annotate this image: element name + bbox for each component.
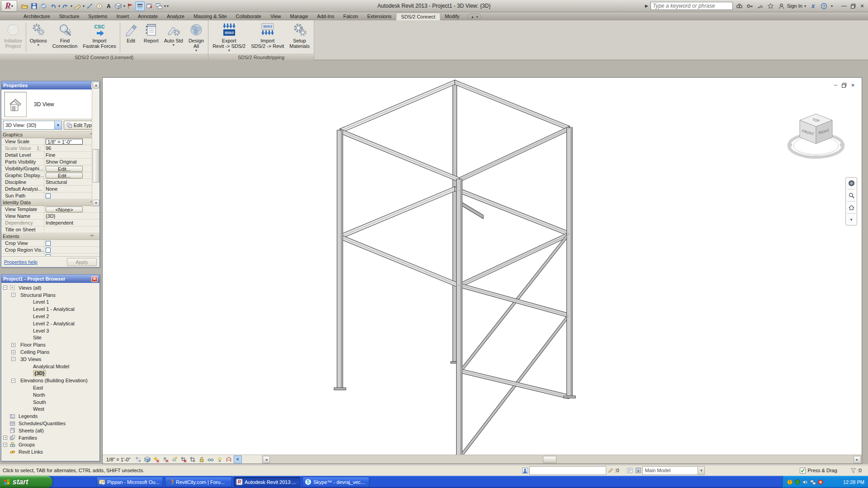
- tree-item-west[interactable]: West: [1, 406, 99, 413]
- task-pippan-microsoft-ou[interactable]: Pippan - Microsoft Ou...: [96, 477, 163, 487]
- qat-switch-windows-button[interactable]: [154, 1, 164, 11]
- collapse-icon[interactable]: −: [3, 286, 7, 290]
- ribbon-edit-button[interactable]: Edit: [121, 21, 141, 45]
- scroll-right-icon[interactable]: ►: [854, 456, 861, 463]
- ribbon-export-revit-sds-2-button[interactable]: SDS/2Export Revit -> SDS/2▾: [210, 21, 248, 54]
- tree-item-groups[interactable]: +Groups: [1, 441, 99, 449]
- tab-structure[interactable]: Structure: [55, 13, 84, 20]
- tree-item-sheets-all[interactable]: Sheets (all): [1, 427, 99, 434]
- tab-extensions[interactable]: Extensions: [363, 13, 396, 20]
- tree-item-level-2-analytical[interactable]: Level 2 - Analytical: [1, 320, 99, 327]
- properties-help-link[interactable]: Properties help: [4, 259, 38, 265]
- section-graphics[interactable]: Graphics^^: [1, 131, 99, 138]
- qat-measure-button[interactable]: [73, 1, 82, 11]
- tab-view[interactable]: View: [266, 13, 286, 20]
- tray-network-icon[interactable]: [810, 479, 816, 485]
- tree-item-north[interactable]: North: [1, 391, 99, 399]
- type-selector[interactable]: 3D View ▼: [1, 89, 99, 119]
- tree-item-south[interactable]: South: [1, 399, 99, 406]
- tab-falcon[interactable]: Falcon: [339, 13, 363, 20]
- reveal-hidden-icon[interactable]: [216, 455, 224, 463]
- start-button[interactable]: start: [0, 476, 52, 488]
- press-drag-toggle[interactable]: Press & Drag: [800, 468, 837, 474]
- ribbon-import-fastrak-forces-button[interactable]: CSCImport Fastrak Forces: [80, 21, 118, 50]
- qat-save-button[interactable]: [29, 1, 39, 11]
- tab-collaborate[interactable]: Collaborate: [231, 13, 266, 20]
- show-crop-region-icon[interactable]: [189, 455, 197, 463]
- view-name-value[interactable]: {3D}: [46, 213, 55, 219]
- task-skype-devraj-vec[interactable]: SSkype™ - devraj_vec...: [302, 477, 369, 487]
- ribbon-setup-materials-button[interactable]: Setup Materials: [287, 21, 312, 50]
- qat-customize-button[interactable]: ▾: [166, 4, 169, 8]
- design-option-combo[interactable]: Main Model ▼: [642, 466, 705, 475]
- tab-modify[interactable]: Modify: [440, 13, 464, 20]
- infocenter-collapse-icon[interactable]: ▶: [645, 4, 648, 8]
- ribbon-options-button[interactable]: Options▾: [27, 21, 50, 48]
- qat-tag-button[interactable]: 1: [94, 1, 104, 11]
- tree-item-level-1-analytical[interactable]: Level 1 - Analytical: [1, 305, 99, 313]
- collapse-viewbar-button[interactable]: <: [234, 455, 242, 463]
- qat-thin-lines-button[interactable]: [135, 1, 145, 11]
- tree-item-views-all[interactable]: −Views (all): [1, 284, 99, 291]
- tray-shield-icon[interactable]: [794, 479, 801, 485]
- qat-redo-button[interactable]: [61, 1, 70, 11]
- expand-icon[interactable]: +: [11, 350, 15, 354]
- properties-scrollbar[interactable]: ▲ ▼: [92, 81, 99, 207]
- sign-in-button[interactable]: Sign In ▾: [777, 2, 807, 10]
- sun-path-off-icon[interactable]: [152, 455, 160, 463]
- search-icon[interactable]: [735, 2, 744, 10]
- panel-label[interactable]: SDS/2 Connect (Licensed): [0, 54, 208, 60]
- qat-sync-button[interactable]: [39, 1, 48, 11]
- visibility-graphi-button[interactable]: Edit...: [46, 166, 83, 172]
- chevron-down-icon[interactable]: ▾: [847, 215, 856, 224]
- tree-item-revit-links[interactable]: Revit Links: [1, 448, 99, 455]
- scroll-left-icon[interactable]: ◄: [263, 456, 270, 463]
- zoom-icon[interactable]: [847, 191, 856, 200]
- collapse-icon[interactable]: −: [11, 379, 15, 383]
- collapse-icon[interactable]: −: [11, 357, 15, 361]
- qat-undo-button[interactable]: [48, 1, 58, 11]
- project-browser-header[interactable]: Project1 - Project Browser ✕: [1, 275, 99, 283]
- parts-visibility-value[interactable]: Show Original: [46, 159, 76, 164]
- task-revitcity-com-foru[interactable]: RevitCity.com | Foru...: [165, 477, 232, 487]
- subscription-center-icon[interactable]: [745, 2, 754, 10]
- home-icon[interactable]: [847, 203, 856, 212]
- default-analysi-value[interactable]: None: [46, 186, 57, 192]
- shadows-off-icon[interactable]: [161, 455, 170, 463]
- tree-item-schedules-quantities[interactable]: Schedules/Quantities: [1, 420, 99, 427]
- section-identity-data[interactable]: Identity Data^^: [1, 199, 99, 206]
- qat-aligned-dimension-button[interactable]: [85, 1, 94, 11]
- view-scale-button[interactable]: 1/8" = 1'-0": [105, 457, 133, 462]
- worksets-icon[interactable]: [521, 466, 529, 475]
- tab-add-ins[interactable]: Add-Ins: [312, 13, 339, 20]
- close-button[interactable]: ×: [858, 2, 866, 10]
- editing-requests-icon[interactable]: [606, 466, 615, 475]
- crop-view-checkbox[interactable]: [46, 241, 51, 246]
- tab-sds-2-connect[interactable]: SDS/2 Connect: [396, 13, 440, 20]
- tab-analyze[interactable]: Analyze: [162, 13, 189, 20]
- qat-text-button[interactable]: A: [104, 1, 113, 11]
- chevron-down-icon[interactable]: ▾: [38, 43, 39, 47]
- scrollbar-thumb[interactable]: [543, 456, 557, 463]
- crop-view-off-icon[interactable]: [179, 455, 188, 463]
- detail-level-value[interactable]: Fine: [46, 152, 55, 158]
- qat-close-hidden-windows-button[interactable]: [145, 1, 154, 11]
- view-close-button[interactable]: ×: [849, 82, 856, 88]
- tree-item-level-1[interactable]: Level 1: [1, 299, 99, 306]
- detail-level-icon[interactable]: [134, 455, 142, 463]
- application-menu-button[interactable]: R▾: [1, 0, 17, 12]
- tray-messenger-icon[interactable]: [817, 479, 824, 485]
- ribbon-find-connection-button[interactable]: Find Connection: [50, 21, 80, 50]
- section-extents[interactable]: Extents^^: [1, 233, 99, 240]
- view-scale-value[interactable]: 1/8" = 1'-0": [46, 139, 83, 145]
- tab-architecture[interactable]: Architecture: [19, 13, 55, 20]
- discipline-value[interactable]: Structural: [46, 179, 67, 185]
- close-icon[interactable]: ✕: [91, 276, 98, 282]
- expand-icon[interactable]: +: [3, 443, 7, 447]
- tree-item-legends[interactable]: Legends: [1, 413, 99, 420]
- tree-item-3d-views[interactable]: −3D Views: [1, 356, 99, 363]
- collapse-icon[interactable]: ^^: [90, 234, 99, 239]
- tab-manage[interactable]: Manage: [286, 13, 313, 20]
- help-button[interactable]: ?: [820, 2, 828, 10]
- ribbon-import-sds-2-revit-button[interactable]: SDS/2Import SDS/2 -> Revit: [248, 21, 287, 50]
